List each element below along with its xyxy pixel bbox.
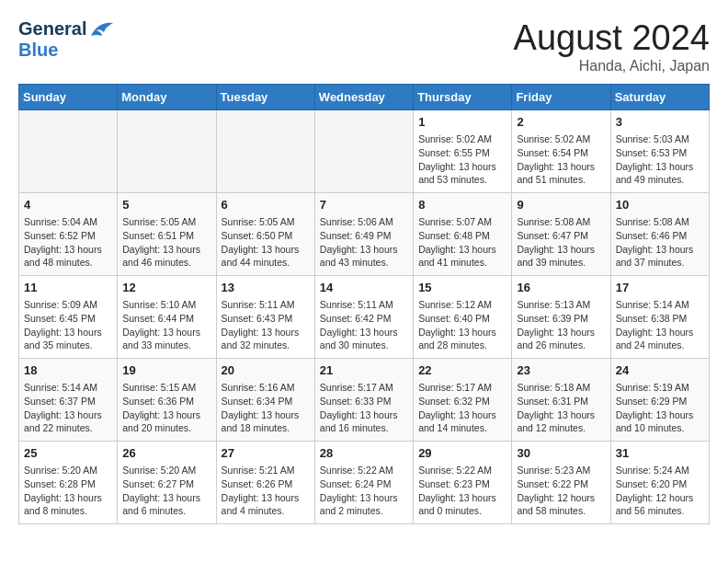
logo: General Blue: [18, 18, 117, 61]
calendar-table: SundayMondayTuesdayWednesdayThursdayFrid…: [18, 84, 710, 524]
calendar-day-cell: 1Sunrise: 5:02 AM Sunset: 6:55 PM Daylig…: [414, 110, 512, 193]
day-info: Sunrise: 5:05 AM Sunset: 6:51 PM Dayligh…: [122, 215, 210, 270]
calendar-day-cell: [19, 110, 118, 193]
day-number: 15: [418, 280, 506, 296]
calendar-day-cell: 9Sunrise: 5:08 AM Sunset: 6:47 PM Daylig…: [512, 193, 610, 276]
calendar-day-cell: 2Sunrise: 5:02 AM Sunset: 6:54 PM Daylig…: [512, 110, 610, 193]
day-number: 9: [517, 197, 605, 213]
day-info: Sunrise: 5:22 AM Sunset: 6:24 PM Dayligh…: [320, 464, 408, 518]
day-number: 26: [122, 445, 210, 462]
logo-general: General: [18, 18, 86, 40]
day-number: 2: [517, 114, 605, 131]
calendar-day-cell: 7Sunrise: 5:06 AM Sunset: 6:49 PM Daylig…: [314, 193, 413, 276]
weekday-header-friday: Friday: [512, 85, 610, 110]
calendar-day-cell: [118, 110, 216, 193]
calendar-day-cell: 12Sunrise: 5:10 AM Sunset: 6:44 PM Dayli…: [118, 276, 216, 359]
day-number: 10: [616, 197, 704, 213]
day-info: Sunrise: 5:20 AM Sunset: 6:28 PM Dayligh…: [24, 464, 112, 518]
day-info: Sunrise: 5:02 AM Sunset: 6:55 PM Dayligh…: [418, 132, 506, 187]
calendar-week-row: 18Sunrise: 5:14 AM Sunset: 6:37 PM Dayli…: [19, 359, 710, 442]
page-header: General Blue August 2024 Handa, Aichi, J…: [18, 18, 710, 75]
day-number: 3: [616, 114, 704, 131]
day-info: Sunrise: 5:23 AM Sunset: 6:22 PM Dayligh…: [517, 464, 605, 518]
day-number: 24: [616, 362, 704, 379]
calendar-day-cell: 25Sunrise: 5:20 AM Sunset: 6:28 PM Dayli…: [19, 442, 118, 524]
calendar-day-cell: 23Sunrise: 5:18 AM Sunset: 6:31 PM Dayli…: [512, 359, 610, 442]
day-number: 4: [24, 197, 112, 213]
day-number: 30: [517, 445, 605, 462]
title-block: August 2024 Handa, Aichi, Japan: [514, 18, 710, 75]
day-info: Sunrise: 5:17 AM Sunset: 6:33 PM Dayligh…: [320, 381, 408, 435]
day-info: Sunrise: 5:20 AM Sunset: 6:27 PM Dayligh…: [122, 464, 210, 518]
day-info: Sunrise: 5:16 AM Sunset: 6:34 PM Dayligh…: [222, 381, 310, 435]
day-number: 11: [24, 280, 112, 296]
day-number: 29: [418, 445, 506, 462]
day-number: 31: [616, 445, 704, 462]
calendar-day-cell: 28Sunrise: 5:22 AM Sunset: 6:24 PM Dayli…: [314, 442, 413, 524]
month-title: August 2024: [514, 18, 710, 58]
day-info: Sunrise: 5:08 AM Sunset: 6:46 PM Dayligh…: [616, 215, 704, 270]
day-number: 19: [122, 362, 210, 379]
calendar-day-cell: 29Sunrise: 5:22 AM Sunset: 6:23 PM Dayli…: [414, 442, 512, 524]
day-number: 23: [517, 362, 605, 379]
calendar-day-cell: 20Sunrise: 5:16 AM Sunset: 6:34 PM Dayli…: [216, 359, 314, 442]
weekday-header-wednesday: Wednesday: [314, 85, 413, 110]
weekday-header-sunday: Sunday: [19, 85, 118, 110]
location: Handa, Aichi, Japan: [514, 58, 710, 75]
day-info: Sunrise: 5:11 AM Sunset: 6:42 PM Dayligh…: [320, 298, 408, 352]
calendar-day-cell: 14Sunrise: 5:11 AM Sunset: 6:42 PM Dayli…: [314, 276, 413, 359]
calendar-week-row: 11Sunrise: 5:09 AM Sunset: 6:45 PM Dayli…: [19, 276, 710, 359]
calendar-day-cell: [314, 110, 413, 193]
calendar-day-cell: 18Sunrise: 5:14 AM Sunset: 6:37 PM Dayli…: [19, 359, 118, 442]
calendar-week-row: 25Sunrise: 5:20 AM Sunset: 6:28 PM Dayli…: [19, 442, 710, 524]
day-number: 27: [222, 445, 310, 462]
calendar-day-cell: 13Sunrise: 5:11 AM Sunset: 6:43 PM Dayli…: [216, 276, 314, 359]
day-number: 22: [418, 362, 506, 379]
calendar-day-cell: 30Sunrise: 5:23 AM Sunset: 6:22 PM Dayli…: [512, 442, 610, 524]
day-number: 7: [320, 197, 408, 213]
calendar-week-row: 4Sunrise: 5:04 AM Sunset: 6:52 PM Daylig…: [19, 193, 710, 276]
calendar-day-cell: 10Sunrise: 5:08 AM Sunset: 6:46 PM Dayli…: [610, 193, 709, 276]
day-info: Sunrise: 5:02 AM Sunset: 6:54 PM Dayligh…: [517, 132, 605, 187]
day-info: Sunrise: 5:12 AM Sunset: 6:40 PM Dayligh…: [418, 298, 506, 352]
weekday-header-monday: Monday: [118, 85, 216, 110]
day-info: Sunrise: 5:11 AM Sunset: 6:43 PM Dayligh…: [222, 298, 310, 352]
day-info: Sunrise: 5:14 AM Sunset: 6:38 PM Dayligh…: [616, 298, 704, 352]
day-info: Sunrise: 5:22 AM Sunset: 6:23 PM Dayligh…: [418, 464, 506, 518]
day-info: Sunrise: 5:15 AM Sunset: 6:36 PM Dayligh…: [122, 381, 210, 435]
calendar-day-cell: 26Sunrise: 5:20 AM Sunset: 6:27 PM Dayli…: [118, 442, 216, 524]
day-info: Sunrise: 5:08 AM Sunset: 6:47 PM Dayligh…: [517, 215, 605, 270]
calendar-day-cell: 6Sunrise: 5:05 AM Sunset: 6:50 PM Daylig…: [216, 193, 314, 276]
weekday-header-tuesday: Tuesday: [216, 85, 314, 110]
day-info: Sunrise: 5:18 AM Sunset: 6:31 PM Dayligh…: [517, 381, 605, 435]
day-number: 12: [122, 280, 210, 296]
weekday-header-saturday: Saturday: [610, 85, 709, 110]
day-info: Sunrise: 5:05 AM Sunset: 6:50 PM Dayligh…: [222, 215, 310, 270]
calendar-day-cell: 3Sunrise: 5:03 AM Sunset: 6:53 PM Daylig…: [610, 110, 709, 193]
day-info: Sunrise: 5:24 AM Sunset: 6:20 PM Dayligh…: [616, 464, 704, 518]
calendar-day-cell: 21Sunrise: 5:17 AM Sunset: 6:33 PM Dayli…: [314, 359, 413, 442]
logo-blue: Blue: [18, 40, 58, 61]
day-number: 6: [222, 197, 310, 213]
weekday-header-row: SundayMondayTuesdayWednesdayThursdayFrid…: [19, 85, 710, 110]
calendar-day-cell: [216, 110, 314, 193]
day-number: 21: [320, 362, 408, 379]
day-number: 8: [418, 197, 506, 213]
day-info: Sunrise: 5:21 AM Sunset: 6:26 PM Dayligh…: [222, 464, 310, 518]
day-number: 5: [122, 197, 210, 213]
calendar-day-cell: 22Sunrise: 5:17 AM Sunset: 6:32 PM Dayli…: [414, 359, 512, 442]
calendar-day-cell: 24Sunrise: 5:19 AM Sunset: 6:29 PM Dayli…: [610, 359, 709, 442]
day-number: 16: [517, 280, 605, 296]
day-info: Sunrise: 5:14 AM Sunset: 6:37 PM Dayligh…: [24, 381, 112, 435]
day-info: Sunrise: 5:10 AM Sunset: 6:44 PM Dayligh…: [122, 298, 210, 352]
weekday-header-thursday: Thursday: [414, 85, 512, 110]
calendar-day-cell: 5Sunrise: 5:05 AM Sunset: 6:51 PM Daylig…: [118, 193, 216, 276]
day-info: Sunrise: 5:06 AM Sunset: 6:49 PM Dayligh…: [320, 215, 408, 270]
calendar-week-row: 1Sunrise: 5:02 AM Sunset: 6:55 PM Daylig…: [19, 110, 710, 193]
day-number: 1: [418, 114, 506, 131]
day-info: Sunrise: 5:19 AM Sunset: 6:29 PM Dayligh…: [616, 381, 704, 435]
day-number: 28: [320, 445, 408, 462]
calendar-day-cell: 15Sunrise: 5:12 AM Sunset: 6:40 PM Dayli…: [414, 276, 512, 359]
calendar-day-cell: 11Sunrise: 5:09 AM Sunset: 6:45 PM Dayli…: [19, 276, 118, 359]
calendar-day-cell: 17Sunrise: 5:14 AM Sunset: 6:38 PM Dayli…: [610, 276, 709, 359]
